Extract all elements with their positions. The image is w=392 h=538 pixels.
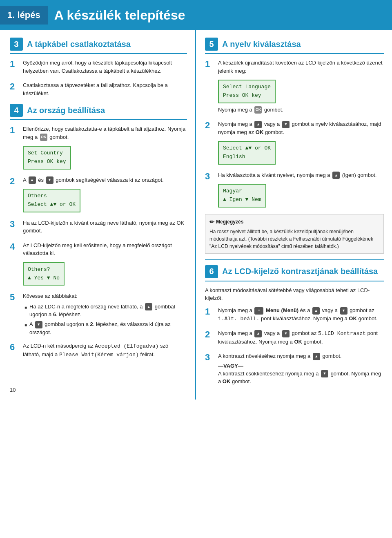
section5-step2: 2 Nyomja meg a ▲ vagy a ▼ gombot a nyelv…: [205, 120, 384, 167]
section5-step1-note: Nyomja meg a OK gombot.: [218, 106, 384, 114]
up-btn-s5s2: ▲: [254, 121, 262, 128]
section4-step5: 5 Kövesse az alábbiakat: ■ Ha az LDC-n a…: [10, 292, 187, 338]
bullet-item-2: ■ A ▼ gombbal ugorjon a 2. lépéshez, és …: [24, 320, 187, 336]
section4-step1-text: Ellenőrizze, hogy csatlakoztatta-e a táp…: [23, 125, 187, 141]
section3-step2: 2 Csatlakoztassa a tápvezetéket a fali a…: [10, 81, 187, 100]
section6-title: Az LCD-kijelző kontrasztjának beállítása: [222, 267, 378, 276]
up-btn-s6s3a: ▲: [313, 353, 320, 360]
section6-step2: 2 Nyomja meg a ▲ vagy a ▼ gombot az 5.LC…: [205, 329, 384, 348]
bullet-text-2: A ▼ gombbal ugorjon a 2. lépéshez, és vá…: [29, 320, 187, 336]
section5-step1-text: A készülék újraindítását követően az LCD…: [218, 59, 384, 75]
down-button-icon: ▼: [46, 176, 53, 184]
note-text: Ha rossz nyelvet állított be, a készülék…: [209, 228, 379, 250]
up-btn-inline: ▲: [145, 303, 152, 310]
section5-number: 5: [205, 38, 218, 51]
page-number: 10: [10, 387, 16, 393]
section4-step3-text: Ha az LCD-kijelzőn a kívánt ország neve …: [23, 219, 187, 235]
section4-title: Az ország beállítása: [27, 106, 105, 115]
down-btn-s6s1: ▼: [340, 307, 347, 315]
bullet-text-1: Ha az LDC-n a megfelelő ország neve láth…: [29, 303, 187, 319]
lcd-box-select-language: Select LanguagePress OK key: [218, 80, 276, 103]
section5-step1: 1 A készülék újraindítását követően az L…: [205, 59, 384, 116]
up-btn-s6s2: ▲: [254, 330, 262, 337]
section6-header: 6 Az LCD-kijelző kontrasztjának beállítá…: [205, 265, 384, 281]
section5-title: A nyelv kiválasztása: [222, 40, 301, 49]
section6-step3-text2: A kontraszt csökkentéséhez nyomja meg a …: [218, 370, 384, 386]
lcd-box-select-ok-english: Select ▲▼ or OKEnglish: [218, 141, 276, 165]
section4-step1: 1 Ellenőrizze, hogy csatlakoztatta-e a t…: [10, 125, 187, 172]
menu-btn-icon: ≡: [254, 307, 263, 315]
down-btn-inline: ▼: [35, 321, 42, 328]
section3-title: A tápkábel csatlakoztatása: [27, 40, 131, 49]
section4-step4-text: Az LCD-kijelzőn meg kell erősítenie, hog…: [23, 241, 187, 257]
section4-step5-bullets: ■ Ha az LDC-n a megfelelő ország neve lá…: [24, 303, 187, 336]
ok-button-icon: OK: [40, 134, 47, 141]
section4-step5-text: Kövesse az alábbiakat:: [23, 292, 187, 300]
lcd-box-others-select: OthersSelect ▲▼ or OK: [23, 189, 80, 212]
section6-intro: A kontraszt módosításával sötétebbé vagy…: [205, 286, 384, 302]
section3-step1-text: Győződjön meg arról, hogy a készülék táp…: [23, 59, 187, 75]
section6-step2-text: Nyomja meg a ▲ vagy a ▼ gombot az 5.LCD …: [218, 329, 384, 346]
section4-step2: 2 A ▲ és ▼ gombok segítségével válassza …: [10, 176, 187, 215]
bullet-icon-2: ■: [24, 322, 27, 328]
section4-step2-text: A ▲ és ▼ gombok segítségével válassza ki…: [23, 176, 187, 184]
section4-step3: 3 Ha az LCD-kijelzőn a kívánt ország nev…: [10, 219, 187, 237]
note-pencil-icon: ✏: [209, 218, 214, 226]
section6-number: 6: [205, 265, 218, 278]
ok-btn-s5s1: OK: [254, 106, 262, 114]
section4-step6: 6 Az LCD-n két másodpercig az Accepted (…: [10, 342, 187, 361]
vagy-divider: —VAGY—: [218, 363, 384, 369]
page-title: A készülék telepítése: [54, 8, 185, 23]
down-btn-s6s2: ▼: [282, 330, 290, 337]
section5-step3: 3 Ha kiválasztotta a kívánt nyelvet, nyo…: [205, 171, 384, 210]
section6: 6 Az LCD-kijelző kontrasztjának beállítá…: [205, 259, 384, 388]
section6-step3-text1: A kontraszt növeléséhez nyomja meg a ▲ g…: [218, 352, 384, 360]
up-btn-s5s3: ▲: [332, 172, 340, 179]
step-badge: 1. lépés: [0, 6, 48, 25]
lcd-box-magyar-igen-nem: Magyar▲ Igen ▼ Nem: [218, 184, 266, 208]
down-btn-s5s2: ▼: [282, 121, 290, 128]
down-btn-s6s3b: ▼: [321, 370, 328, 377]
section6-step1-text: Nyomja meg a ≡ Menu (Menü) és a ▲ vagy a…: [218, 306, 384, 323]
left-column: 3 A tápkábel csatlakoztatása 1 Győződjön…: [0, 30, 196, 400]
section5-step2-text: Nyomja meg a ▲ vagy a ▼ gombot a nyelv k…: [218, 120, 384, 136]
section4-step4: 4 Az LCD-kijelzőn meg kell erősítenie, h…: [10, 241, 187, 288]
section3-number: 3: [10, 38, 23, 51]
lcd-box-set-country: Set CountryPress OK key: [23, 146, 71, 170]
section4-step6-text: Az LCD-n két másodpercig az Accepted (El…: [23, 342, 187, 359]
section6-step3: 3 A kontraszt növeléséhez nyomja meg a ▲…: [205, 352, 384, 388]
section4-header: 4 Az ország beállítása: [10, 104, 187, 120]
right-column: 5 A nyelv kiválasztása 1 A készülék újra…: [196, 30, 392, 400]
section3-step1: 1 Győződjön meg arról, hogy a készülék t…: [10, 59, 187, 77]
lcd-box-others-yes-no: Others?▲ Yes ▼ No: [23, 262, 65, 286]
bullet-item-1: ■ Ha az LDC-n a megfelelő ország neve lá…: [24, 303, 187, 319]
note-box: ✏ Megjegyzés Ha rossz nyelvet állított b…: [205, 214, 384, 254]
page-header: 1. lépés A készülék telepítése: [0, 0, 392, 30]
section3-step2-text: Csatlakoztassa a tápvezetéket a fali alj…: [23, 81, 187, 97]
section3-header: 3 A tápkábel csatlakoztatása: [10, 38, 187, 54]
section5-step3-text: Ha kiválasztotta a kívánt nyelvet, nyomj…: [218, 171, 384, 179]
up-button-icon: ▲: [29, 176, 36, 184]
section4-number: 4: [10, 104, 23, 117]
up-btn-s6s1: ▲: [312, 307, 320, 315]
section5-header: 5 A nyelv kiválasztása: [205, 38, 384, 54]
bullet-icon-1: ■: [24, 304, 27, 310]
note-title: ✏ Megjegyzés: [209, 218, 379, 226]
section6-step1: 1 Nyomja meg a ≡ Menu (Menü) és a ▲ vagy…: [205, 306, 384, 325]
